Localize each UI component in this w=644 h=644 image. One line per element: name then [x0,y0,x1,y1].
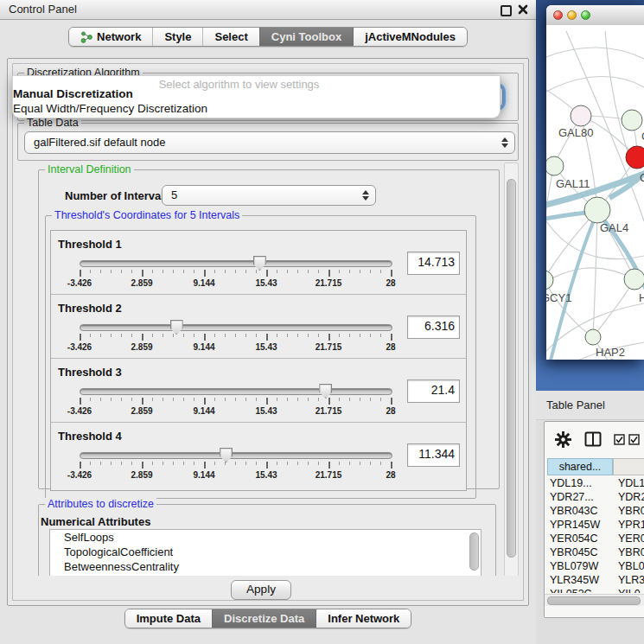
tab-select[interactable]: Select [202,28,258,46]
table-cell[interactable]: YDL1 [618,477,644,489]
slider-track[interactable] [80,452,392,459]
column-header-name[interactable]: n [613,458,644,475]
scrollbar-thumb[interactable] [507,179,516,558]
numerical-attributes-list[interactable]: SelfLoopsTopologicalCoefficientBetweenne… [49,529,481,576]
table-cell[interactable]: YDR2 [618,491,644,503]
tick-mark [391,270,392,277]
network-node-gal4[interactable] [584,197,610,223]
network-node-gcy1[interactable] [546,271,553,290]
threshold-slider[interactable]: -3.4262.8599.14415.4321.71528 [80,257,391,291]
threshold-value-field[interactable]: 6.316 [407,316,460,339]
table-horizontal-scrollbar[interactable] [545,594,644,606]
attribute-list-item[interactable]: TopologicalCoefficient [50,545,481,559]
network-canvas[interactable]: GAL80GCGAL11GAL4GCY1HHAP2 [546,25,644,360]
slider-track[interactable] [80,324,392,331]
tick-mark [225,462,226,465]
tab-style[interactable]: Style [152,28,202,46]
table-cell[interactable]: YBR043C [550,505,614,517]
table-cell[interactable]: YDR27... [550,491,614,503]
network-node-c[interactable] [626,146,644,169]
table-row[interactable]: YDL19...YDL1 [547,477,644,491]
table-cell[interactable]: YBL0 [618,560,644,572]
table-cell[interactable]: YBL079W [550,560,614,572]
float-window-icon[interactable] [501,5,512,16]
table-row[interactable]: YLR345WYLR3 [547,574,644,588]
traffic-light-zoom-icon[interactable] [581,10,590,20]
threshold-value-field[interactable]: 14.713 [407,252,460,275]
attribute-list-item[interactable]: SelfLoops [50,530,481,545]
table-cell[interactable]: YER0 [618,532,644,545]
tab-label: Network [97,30,141,43]
table-row[interactable]: YPR145WYPR1 [547,519,644,532]
table-cell[interactable]: YLR3 [618,574,644,586]
slider-thumb[interactable] [319,384,332,399]
table-panel: shared...n YDL19...YDL1YDR27...YDR2YBR04… [544,421,644,618]
network-node-g[interactable] [622,110,642,131]
threshold-value-field[interactable]: 11.344 [407,443,460,467]
scrollbar-thumb[interactable] [547,596,641,605]
network-node-hap2[interactable] [585,329,601,345]
popup-item-equal-width-frequency[interactable]: Equal Width/Frequency Discretization [13,102,207,115]
attributes-list-scrollbar[interactable] [469,532,479,571]
table-cell[interactable]: YPR145W [550,519,614,531]
checkbox-icon[interactable] [614,434,625,445]
table-row[interactable]: YBR045CYBR0 [547,546,644,560]
tab-impute-data[interactable]: Impute Data [125,609,212,628]
table-cell[interactable]: YBR045C [550,546,614,558]
settings-vertical-scrollbar[interactable] [504,163,519,576]
slider-track[interactable] [80,388,392,395]
checkbox-icon[interactable] [628,434,640,445]
table-cell[interactable]: YLR345W [550,574,614,586]
table-row[interactable]: YIL052CYIL0 [547,588,644,593]
apply-button[interactable]: Apply [231,580,291,600]
tab-network[interactable]: Network [69,28,152,46]
threshold-value-field[interactable]: 21.4 [407,379,460,403]
attribute-list-item[interactable]: BetweennessCentrality [50,559,481,574]
tick-mark [152,462,153,465]
tab-infer-network[interactable]: Infer Network [316,609,411,628]
tick-mark [90,462,91,465]
scale-label: 9.144 [180,470,228,480]
threshold-slider[interactable]: -3.4262.8599.14415.4321.71528 [80,321,391,355]
column-header-shared-name[interactable]: shared... [547,458,613,475]
traffic-light-minimize-icon[interactable] [567,10,577,20]
numerical-attributes-label: Numerical Attributes [41,515,150,528]
node-label: GAL4 [600,221,628,234]
network-node-gal11[interactable] [546,156,564,175]
network-node-gal80[interactable] [571,105,591,126]
network-node-h[interactable] [624,269,644,290]
slider-track[interactable] [80,260,392,267]
table-row[interactable]: YBR043CYBR0 [547,505,644,519]
table-cell[interactable]: YIL052C [550,588,614,593]
popup-item-manual-discretization[interactable]: Manual Discretization [13,87,133,100]
split-view-icon[interactable] [584,431,602,447]
table-cell[interactable]: YDL19... [550,477,614,489]
tick-mark [142,334,143,341]
number-of-intervals-combobox[interactable]: 5 [162,185,376,206]
network-window-titlebar[interactable] [546,5,644,26]
table-row[interactable]: YDR27...YDR2 [547,491,644,505]
tick-mark [214,462,215,465]
table-row[interactable]: YER054CYER0 [547,532,644,546]
table-data-combobox[interactable]: galFiltered.sif default node [24,131,515,154]
table-cell[interactable]: YBR0 [618,505,644,517]
tick-mark [245,270,246,273]
threshold-slider[interactable]: -3.4262.8599.14415.4321.71528 [80,449,391,483]
table-cell[interactable]: YPR1 [618,519,644,531]
table-cell[interactable]: YBR0 [618,546,644,558]
window-title: Control Panel [9,3,77,16]
slider-thumb[interactable] [170,320,183,335]
close-icon[interactable] [518,4,528,15]
slider-thumb[interactable] [220,448,233,462]
tab-discretize-data[interactable]: Discretize Data [212,609,316,628]
threshold-slider[interactable]: -3.4262.8599.14415.4321.71528 [80,385,391,419]
table-cell[interactable]: YER054C [550,532,614,545]
traffic-light-close-icon[interactable] [553,10,563,20]
table-cell[interactable]: YIL0 [618,588,641,593]
tab-jactivemnodules[interactable]: jActiveMNodules [353,28,467,46]
gear-icon[interactable] [555,431,571,448]
slider-thumb[interactable] [253,256,266,271]
tick-mark [277,334,277,337]
tab-cyni-toolbox[interactable]: Cyni Toolbox [259,28,353,46]
table-row[interactable]: YBL079WYBL0 [547,560,644,574]
